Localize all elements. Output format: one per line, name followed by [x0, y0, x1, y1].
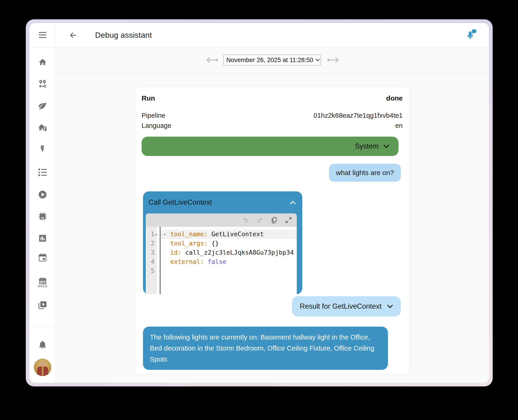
gutter-border [160, 227, 161, 294]
user-avatar[interactable] [34, 359, 51, 376]
sidebar-item-power[interactable] [38, 144, 47, 154]
sidebar-item-logbook[interactable] [38, 168, 47, 177]
sidebar-item-devices[interactable] [38, 212, 47, 221]
run-card: Run done Pipeline 01hz2k68eaz7te1qg1fxvb… [134, 86, 410, 374]
yaml-editor: 12345 - tool_name: GetLiveContext tool_a… [146, 213, 297, 294]
avatar-robe-trim [42, 366, 44, 376]
next-run-button[interactable] [326, 56, 341, 64]
assist-voice-button[interactable] [465, 29, 477, 40]
avatar-head [40, 361, 45, 366]
sidebar-item-climate[interactable] [38, 123, 47, 133]
yaml-code-lines: - tool_name: GetLiveContext tool_args: {… [163, 230, 297, 276]
undo-icon[interactable] [242, 217, 249, 224]
chevron-up-icon [290, 201, 296, 204]
sidebar-item-calendar[interactable] [38, 253, 47, 262]
sidebar-item-routes[interactable] [38, 79, 47, 89]
microphone-chat-icon [465, 29, 477, 40]
sidebar-item-hacs[interactable]: HACS [38, 277, 47, 289]
arrow-left-dot-icon [204, 56, 219, 64]
page-title: Debug assistant [95, 30, 152, 40]
tool-call-card: Call GetLiveContext [143, 191, 302, 294]
redo-icon[interactable] [256, 217, 264, 224]
run-date-select[interactable]: November 26, 2025 at 11:28:50 [223, 55, 321, 65]
copy-icon[interactable] [271, 217, 278, 224]
sidebar-item-media[interactable] [38, 190, 47, 199]
chevron-down-icon [383, 144, 389, 148]
app-window: Debug assistant [26, 19, 493, 386]
sidebar-item-energy[interactable] [38, 101, 47, 111]
system-prompt-expander[interactable]: System [142, 137, 399, 156]
user-message-bubble: what lights are on? [329, 164, 401, 182]
chevron-down-icon [387, 305, 393, 308]
pipeline-row: Pipeline 01hz2k68eaz7te1qg1fxvb4te1 [142, 110, 403, 120]
expand-icon[interactable] [285, 217, 292, 224]
run-status: done [386, 94, 403, 102]
pipeline-value: 01hz2k68eaz7te1qg1fxvb4te1 [314, 110, 403, 120]
back-button[interactable] [69, 31, 77, 39]
sidebar-bottom-divider [30, 326, 56, 326]
previous-run-button[interactable] [204, 56, 219, 64]
language-label: Language [142, 120, 171, 131]
sidebar-item-history[interactable] [38, 233, 47, 243]
system-label: System [355, 142, 379, 150]
select-chevron-down-icon [316, 59, 320, 61]
notifications-button[interactable] [38, 340, 47, 349]
arrow-right-dot-icon [326, 56, 341, 64]
sidebar-item-home[interactable] [38, 57, 47, 67]
language-row: Language en [142, 120, 403, 131]
editor-toolbar [146, 213, 297, 227]
sidebar-menu-button[interactable] [39, 32, 46, 38]
sidebar-item-media-library[interactable] [38, 300, 47, 310]
line-numbers: 12345 [146, 230, 155, 276]
home-assistant-app: Debug assistant [30, 23, 489, 383]
tool-call-header[interactable]: Call GetLiveContext [143, 191, 302, 213]
fold-chevron-icon[interactable] [155, 234, 158, 236]
language-value: en [395, 120, 403, 131]
run-label: Run [142, 94, 155, 102]
hacs-label: HACS [38, 285, 47, 288]
tool-result-expander[interactable]: Result for GetLiveContext [292, 296, 401, 316]
back-arrow-icon [69, 31, 77, 39]
yaml-code-area[interactable]: 12345 - tool_name: GetLiveContext tool_a… [146, 227, 297, 294]
tool-call-title: Call GetLiveContext [148, 198, 212, 207]
pipeline-label: Pipeline [142, 110, 165, 120]
run-date-value: November 26, 2025 at 11:28:50 [226, 57, 313, 64]
assistant-message-bubble: The following lights are currently on: B… [143, 327, 388, 370]
main-content: Run done Pipeline 01hz2k68eaz7te1qg1fxvb… [56, 73, 489, 383]
tool-result-title: Result for GetLiveContext [300, 302, 381, 310]
